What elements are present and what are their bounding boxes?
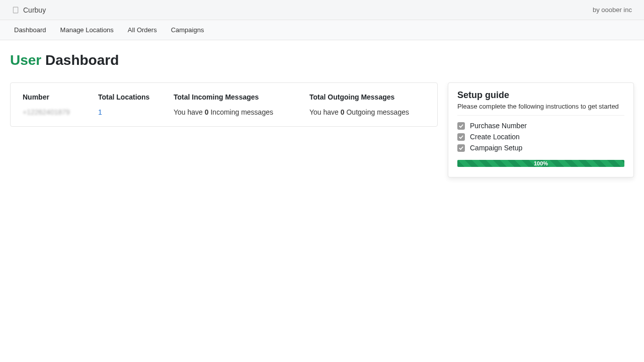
stat-incoming-value: You have 0 Incoming messages [174,108,289,116]
stat-outgoing-count: 0 [341,108,345,116]
brand[interactable]: Curbuy [12,6,46,14]
building-icon [12,7,19,14]
stats-grid: Number +12262401879 Total Locations 1 To… [23,93,425,116]
page-title-rest: Dashboard [41,52,119,68]
topbar: Curbuy by ooober inc [0,0,644,20]
brand-name: Curbuy [23,6,46,14]
setup-list: Purchase Number Create Location Campaign… [457,122,624,152]
navbar: Dashboard Manage Locations All Orders Ca… [0,20,644,40]
check-icon [457,144,465,152]
setup-item-label: Purchase Number [470,122,527,130]
stat-incoming-prefix: You have [174,108,205,116]
stat-incoming-suffix: Incoming messages [209,108,273,116]
stat-outgoing-suffix: Outgoing messages [345,108,409,116]
nav-manage-locations[interactable]: Manage Locations [60,26,114,34]
stat-outgoing-value: You have 0 Outgoing messages [309,108,425,116]
nav-all-orders[interactable]: All Orders [128,26,157,34]
check-icon [457,133,465,141]
setup-item-purchase-number[interactable]: Purchase Number [457,122,624,130]
setup-item-label: Create Location [470,133,520,141]
content: User Dashboard Number +12262401879 Total… [0,40,644,190]
svg-rect-0 [13,7,18,13]
setup-item-create-location[interactable]: Create Location [457,133,624,141]
stat-outgoing-label: Total Outgoing Messages [309,93,425,101]
stat-outgoing-prefix: You have [309,108,341,116]
setup-item-label: Campaign Setup [470,144,522,152]
stat-locations-value[interactable]: 1 [98,108,153,116]
setup-progress-bar: 100% [457,160,624,167]
stat-locations: Total Locations 1 [98,93,153,116]
stat-number-label: Number [23,93,78,101]
stat-number-value: +12262401879 [23,108,78,116]
stat-number: Number +12262401879 [23,93,78,116]
check-icon [457,122,465,130]
setup-item-campaign-setup[interactable]: Campaign Setup [457,144,624,152]
setup-guide-card: Setup guide Please complete the followin… [448,82,634,177]
setup-subtitle: Please complete the following instructio… [457,103,624,116]
setup-title: Setup guide [457,90,624,101]
nav-campaigns[interactable]: Campaigns [171,26,204,34]
setup-progress-label: 100% [534,160,548,166]
stats-card: Number +12262401879 Total Locations 1 To… [10,82,438,127]
stat-outgoing: Total Outgoing Messages You have 0 Outgo… [309,93,425,116]
stat-locations-label: Total Locations [98,93,153,101]
nav-dashboard[interactable]: Dashboard [14,26,46,34]
dashboard-row: Number +12262401879 Total Locations 1 To… [10,82,634,177]
stat-incoming: Total Incoming Messages You have 0 Incom… [174,93,289,116]
stat-incoming-label: Total Incoming Messages [174,93,289,101]
stat-incoming-count: 0 [205,108,209,116]
page-title-accent: User [10,52,41,68]
byline: by ooober inc [593,6,632,14]
page-title: User Dashboard [10,52,634,68]
